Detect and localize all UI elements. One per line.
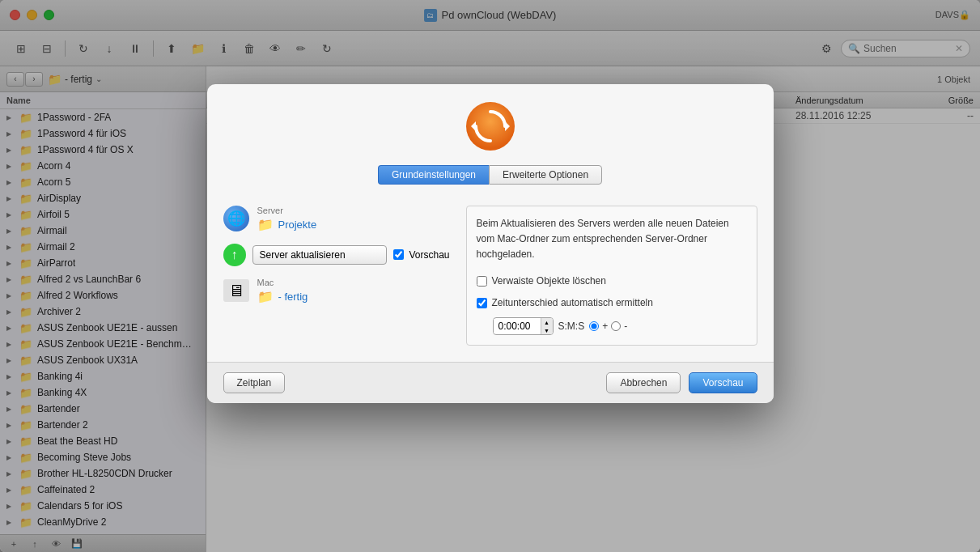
orphans-label: Verwaiste Objekte löschen xyxy=(492,274,606,289)
mac-folder-icon: 📁 xyxy=(257,289,274,304)
modal-tabs: Grundeinstellungen Erweiterte Optionen xyxy=(378,165,602,185)
server-section: 🌐 Server 📁 Projekte xyxy=(223,206,450,232)
mac-section: 🖥 Mac 📁 - fertig xyxy=(223,278,450,304)
preview-checkbox[interactable] xyxy=(393,249,404,260)
server-folder: 📁 Projekte xyxy=(257,217,317,232)
server-label: Server xyxy=(257,206,317,215)
schedule-button[interactable]: Zeitplan xyxy=(223,372,286,393)
time-down-button[interactable]: ▼ xyxy=(541,326,553,334)
modal-left-panel: 🌐 Server 📁 Projekte ↑ Server aktualisi xyxy=(223,206,450,346)
checkbox-timediff-row: Zeitunterschied automatisch ermitteln xyxy=(477,295,747,311)
sync-icon xyxy=(465,100,516,152)
modal-description: Beim Aktualisieren des Servers werden al… xyxy=(477,216,747,263)
time-stepper: ▲ ▼ xyxy=(541,318,553,334)
time-section: ▲ ▼ S:M:S + - xyxy=(493,317,747,335)
modal-header: Grundeinstellungen Erweiterte Optionen xyxy=(207,84,774,193)
timediff-label: Zeitunterschied automatisch ermitteln xyxy=(492,295,653,311)
modal-overlay: Grundeinstellungen Erweiterte Optionen 🌐… xyxy=(0,0,980,552)
time-up-button[interactable]: ▲ xyxy=(541,318,553,326)
tab-advanced[interactable]: Erweiterte Optionen xyxy=(489,165,602,185)
server-folder-name: Projekte xyxy=(278,219,317,231)
modal-right-panel: Beim Aktualisieren des Servers werden al… xyxy=(466,206,757,346)
preview-button[interactable]: Vorschau xyxy=(689,372,757,393)
time-format-label: S:M:S xyxy=(558,319,585,334)
action-section: ↑ Server aktualisierenMac aktualisierenS… xyxy=(223,244,450,266)
modal-body: 🌐 Server 📁 Projekte ↑ Server aktualisi xyxy=(207,193,774,363)
tab-basic[interactable]: Grundeinstellungen xyxy=(378,165,489,185)
radio-minus[interactable] xyxy=(611,321,621,331)
modal-footer: Zeitplan Abbrechen Vorschau xyxy=(207,362,774,403)
mac-folder: 📁 - fertig xyxy=(257,289,308,304)
mac-icon: 🖥 xyxy=(223,279,249,302)
time-input[interactable] xyxy=(494,319,541,333)
globe-icon: 🌐 xyxy=(223,206,249,231)
minus-label: - xyxy=(624,319,627,334)
timediff-checkbox[interactable] xyxy=(477,298,487,308)
server-folder-icon: 📁 xyxy=(257,217,274,232)
plus-label: + xyxy=(602,319,608,334)
radio-plus[interactable] xyxy=(589,321,599,331)
action-select[interactable]: Server aktualisierenMac aktualisierenSyn… xyxy=(252,245,388,265)
preview-label: Vorschau xyxy=(409,249,449,261)
preview-checkbox-wrap: Vorschau xyxy=(393,249,449,261)
action-arrow-icon: ↑ xyxy=(223,244,246,266)
sync-modal: Grundeinstellungen Erweiterte Optionen 🌐… xyxy=(207,84,774,404)
orphans-checkbox[interactable] xyxy=(477,276,487,287)
checkbox-orphans-row: Verwaiste Objekte löschen xyxy=(477,274,747,289)
mac-folder-name: - fertig xyxy=(278,291,308,303)
mac-label: Mac xyxy=(257,278,308,287)
radio-group: + - xyxy=(589,319,627,334)
cancel-button[interactable]: Abbrechen xyxy=(606,372,681,393)
time-input-wrap: ▲ ▼ xyxy=(493,317,554,335)
